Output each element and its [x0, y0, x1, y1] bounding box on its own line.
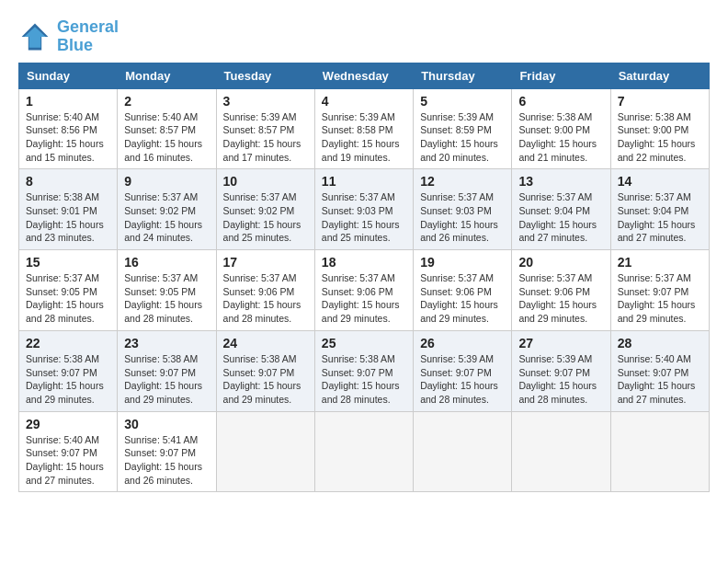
- svg-marker-1: [24, 27, 45, 48]
- day-info: Sunrise: 5:38 AMSunset: 9:00 PMDaylight:…: [618, 110, 702, 165]
- day-number: 18: [322, 255, 406, 270]
- day-number: 15: [26, 255, 110, 270]
- day-number: 30: [124, 417, 209, 431]
- day-number: 11: [322, 174, 406, 189]
- calendar-cell: 8Sunrise: 5:38 AMSunset: 9:01 PMDaylight…: [19, 169, 118, 250]
- calendar-cell: 15Sunrise: 5:37 AMSunset: 9:05 PMDayligh…: [19, 250, 118, 331]
- calendar-cell: 12Sunrise: 5:37 AMSunset: 9:03 PMDayligh…: [414, 169, 512, 250]
- day-number: 6: [518, 94, 603, 109]
- day-info: Sunrise: 5:38 AMSunset: 9:07 PMDaylight:…: [223, 352, 308, 407]
- day-number: 29: [26, 417, 110, 431]
- day-info: Sunrise: 5:37 AMSunset: 9:02 PMDaylight:…: [124, 190, 209, 245]
- day-info: Sunrise: 5:39 AMSunset: 8:59 PMDaylight:…: [420, 110, 505, 165]
- day-number: 23: [124, 336, 209, 350]
- calendar-cell: 9Sunrise: 5:37 AMSunset: 9:02 PMDaylight…: [118, 169, 216, 250]
- calendar-cell: 30Sunrise: 5:41 AMSunset: 9:07 PMDayligh…: [118, 411, 216, 492]
- day-number: 14: [618, 174, 702, 189]
- week-row-5: 29Sunrise: 5:40 AMSunset: 9:07 PMDayligh…: [19, 411, 710, 492]
- day-info: Sunrise: 5:37 AMSunset: 9:05 PMDaylight:…: [124, 271, 209, 326]
- day-info: Sunrise: 5:38 AMSunset: 9:07 PMDaylight:…: [26, 352, 110, 407]
- calendar-cell: 20Sunrise: 5:37 AMSunset: 9:06 PMDayligh…: [512, 250, 610, 331]
- col-friday: Friday: [512, 63, 610, 88]
- day-info: Sunrise: 5:41 AMSunset: 9:07 PMDaylight:…: [124, 433, 209, 488]
- day-info: Sunrise: 5:37 AMSunset: 9:04 PMDaylight:…: [618, 190, 702, 245]
- calendar-cell: 5Sunrise: 5:39 AMSunset: 8:59 PMDaylight…: [414, 88, 512, 169]
- calendar-cell: 22Sunrise: 5:38 AMSunset: 9:07 PMDayligh…: [19, 330, 118, 411]
- day-number: 16: [124, 255, 209, 270]
- day-number: 22: [26, 336, 110, 350]
- col-saturday: Saturday: [610, 63, 709, 88]
- week-row-4: 22Sunrise: 5:38 AMSunset: 9:07 PMDayligh…: [19, 330, 710, 411]
- day-info: Sunrise: 5:37 AMSunset: 9:06 PMDaylight:…: [223, 271, 308, 326]
- calendar-cell: 14Sunrise: 5:37 AMSunset: 9:04 PMDayligh…: [610, 169, 709, 250]
- calendar-cell: 13Sunrise: 5:37 AMSunset: 9:04 PMDayligh…: [512, 169, 610, 250]
- day-number: 26: [420, 336, 505, 350]
- day-info: Sunrise: 5:40 AMSunset: 9:07 PMDaylight:…: [618, 352, 702, 407]
- day-number: 4: [322, 94, 406, 109]
- calendar-cell: 2Sunrise: 5:40 AMSunset: 8:57 PMDaylight…: [118, 88, 216, 169]
- day-info: Sunrise: 5:39 AMSunset: 9:07 PMDaylight:…: [518, 352, 603, 407]
- day-info: Sunrise: 5:37 AMSunset: 9:07 PMDaylight:…: [618, 271, 702, 326]
- col-sunday: Sunday: [19, 63, 118, 88]
- calendar-cell: [414, 411, 512, 492]
- day-number: 2: [124, 94, 209, 109]
- day-info: Sunrise: 5:39 AMSunset: 9:07 PMDaylight:…: [420, 352, 505, 407]
- header-row: Sunday Monday Tuesday Wednesday Thursday…: [19, 63, 710, 88]
- day-number: 8: [26, 174, 110, 189]
- col-thursday: Thursday: [414, 63, 512, 88]
- col-tuesday: Tuesday: [216, 63, 314, 88]
- calendar-cell: [216, 411, 314, 492]
- calendar-cell: [314, 411, 413, 492]
- calendar-cell: 17Sunrise: 5:37 AMSunset: 9:06 PMDayligh…: [216, 250, 314, 331]
- calendar-cell: 18Sunrise: 5:37 AMSunset: 9:06 PMDayligh…: [314, 250, 413, 331]
- day-info: Sunrise: 5:37 AMSunset: 9:03 PMDaylight:…: [420, 190, 505, 245]
- day-number: 20: [518, 255, 603, 270]
- day-number: 19: [420, 255, 505, 270]
- calendar-cell: 7Sunrise: 5:38 AMSunset: 9:00 PMDaylight…: [610, 88, 709, 169]
- day-info: Sunrise: 5:37 AMSunset: 9:06 PMDaylight:…: [420, 271, 505, 326]
- day-number: 12: [420, 174, 505, 189]
- day-info: Sunrise: 5:40 AMSunset: 8:56 PMDaylight:…: [26, 110, 110, 165]
- day-number: 17: [223, 255, 308, 270]
- calendar-cell: 3Sunrise: 5:39 AMSunset: 8:57 PMDaylight…: [216, 88, 314, 169]
- day-info: Sunrise: 5:39 AMSunset: 8:58 PMDaylight:…: [322, 110, 406, 165]
- calendar-cell: 16Sunrise: 5:37 AMSunset: 9:05 PMDayligh…: [118, 250, 216, 331]
- calendar-cell: 28Sunrise: 5:40 AMSunset: 9:07 PMDayligh…: [610, 330, 709, 411]
- day-info: Sunrise: 5:40 AMSunset: 9:07 PMDaylight:…: [26, 433, 110, 488]
- week-row-2: 8Sunrise: 5:38 AMSunset: 9:01 PMDaylight…: [19, 169, 710, 250]
- day-info: Sunrise: 5:37 AMSunset: 9:02 PMDaylight:…: [223, 190, 308, 245]
- day-info: Sunrise: 5:37 AMSunset: 9:05 PMDaylight:…: [26, 271, 110, 326]
- day-number: 3: [223, 94, 308, 109]
- logo-text: General Blue: [57, 18, 119, 55]
- calendar-cell: 26Sunrise: 5:39 AMSunset: 9:07 PMDayligh…: [414, 330, 512, 411]
- logo: General Blue: [18, 18, 119, 55]
- calendar-cell: 23Sunrise: 5:38 AMSunset: 9:07 PMDayligh…: [118, 330, 216, 411]
- calendar-cell: 25Sunrise: 5:38 AMSunset: 9:07 PMDayligh…: [314, 330, 413, 411]
- day-number: 9: [124, 174, 209, 189]
- col-wednesday: Wednesday: [314, 63, 413, 88]
- day-info: Sunrise: 5:37 AMSunset: 9:04 PMDaylight:…: [518, 190, 603, 245]
- day-number: 21: [618, 255, 702, 270]
- day-number: 1: [26, 94, 110, 109]
- day-info: Sunrise: 5:38 AMSunset: 9:07 PMDaylight:…: [322, 352, 406, 407]
- col-monday: Monday: [118, 63, 216, 88]
- week-row-1: 1Sunrise: 5:40 AMSunset: 8:56 PMDaylight…: [19, 88, 710, 169]
- calendar-cell: 1Sunrise: 5:40 AMSunset: 8:56 PMDaylight…: [19, 88, 118, 169]
- logo-icon: [18, 20, 51, 53]
- day-info: Sunrise: 5:37 AMSunset: 9:06 PMDaylight:…: [322, 271, 406, 326]
- calendar-table: Sunday Monday Tuesday Wednesday Thursday…: [18, 63, 710, 493]
- day-info: Sunrise: 5:38 AMSunset: 9:07 PMDaylight:…: [124, 352, 209, 407]
- calendar-cell: 24Sunrise: 5:38 AMSunset: 9:07 PMDayligh…: [216, 330, 314, 411]
- calendar-cell: 27Sunrise: 5:39 AMSunset: 9:07 PMDayligh…: [512, 330, 610, 411]
- calendar-cell: 19Sunrise: 5:37 AMSunset: 9:06 PMDayligh…: [414, 250, 512, 331]
- day-number: 13: [518, 174, 603, 189]
- day-number: 5: [420, 94, 505, 109]
- day-number: 10: [223, 174, 308, 189]
- day-info: Sunrise: 5:40 AMSunset: 8:57 PMDaylight:…: [124, 110, 209, 165]
- day-number: 27: [518, 336, 603, 350]
- calendar-cell: [512, 411, 610, 492]
- header: General Blue: [18, 18, 710, 55]
- calendar-cell: 6Sunrise: 5:38 AMSunset: 9:00 PMDaylight…: [512, 88, 610, 169]
- calendar-cell: 29Sunrise: 5:40 AMSunset: 9:07 PMDayligh…: [19, 411, 118, 492]
- day-number: 28: [618, 336, 702, 350]
